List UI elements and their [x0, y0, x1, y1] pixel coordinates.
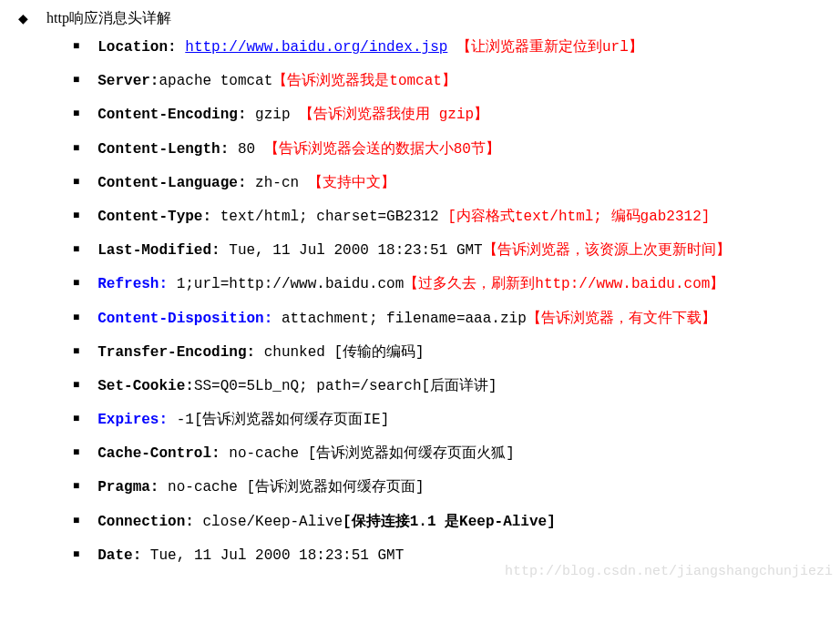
- header-note-red: 【过多久去，刷新到http://www.baidu.com】: [404, 276, 724, 292]
- header-value: apache tomcat: [159, 73, 272, 89]
- header-note-red: 【让浏览器重新定位到url】: [456, 39, 643, 56]
- header-name: Set-Cookie:: [97, 378, 194, 394]
- header-name: Transfer-Encoding:: [97, 344, 255, 361]
- header-name: Date:: [97, 547, 141, 564]
- square-bullet: ■: [73, 73, 79, 87]
- header-item: ■Content-Encoding: gzip 【告诉浏览器我使用 gzip】: [73, 103, 822, 128]
- header-note: [告诉浏览器如何缓存页面]: [246, 479, 424, 495]
- header-name: Cache-Control:: [97, 445, 220, 462]
- header-value: Tue, 11 Jul 2000 18:23:51 GMT: [141, 547, 404, 564]
- header-note-red: [内容格式text/html; 编码gab2312]: [447, 209, 710, 225]
- header-name: Connection:: [97, 514, 194, 530]
- header-value: SS=Q0=5Lb_nQ; path=/search: [194, 378, 422, 394]
- header-value: no-cache: [220, 445, 308, 462]
- header-value: attachment; filename=aaa.zip: [272, 311, 526, 327]
- header-content: Content-Length: 80 【告诉浏览器会送的数据大小80节】: [97, 138, 822, 162]
- header-value: chunked: [255, 344, 333, 361]
- header-content: Cache-Control: no-cache [告诉浏览器如何缓存页面火狐]: [97, 442, 822, 466]
- square-bullet: ■: [73, 514, 79, 527]
- square-bullet: ■: [73, 479, 79, 493]
- header-name: Refresh:: [97, 276, 168, 292]
- square-bullet: ■: [73, 39, 79, 53]
- header-value: close/Keep-Alive: [194, 514, 343, 530]
- header-value: gzip: [246, 107, 299, 123]
- square-bullet: ■: [73, 412, 79, 425]
- header-content: Last-Modified: Tue, 11 Jul 2000 18:23:51…: [97, 239, 822, 263]
- diamond-bullet: ◆: [18, 11, 28, 26]
- square-bullet: ■: [73, 276, 79, 290]
- header-item: ■Server:apache tomcat【告诉浏览器我是tomcat】: [73, 69, 822, 94]
- header-name: Content-Length:: [97, 141, 229, 158]
- header-value: zh-cn: [246, 175, 307, 191]
- header-name: Server:: [97, 73, 159, 89]
- square-bullet: ■: [73, 141, 79, 155]
- square-bullet: ■: [73, 311, 79, 324]
- header-content: Pragma: no-cache [告诉浏览器如何缓存页面]: [97, 475, 822, 500]
- header-value: 80: [229, 141, 263, 158]
- header-content: Set-Cookie:SS=Q0=5Lb_nQ; path=/search[后面…: [97, 374, 822, 399]
- header-item: ■Cache-Control: no-cache [告诉浏览器如何缓存页面火狐]: [73, 442, 822, 466]
- header-item: ■Pragma: no-cache [告诉浏览器如何缓存页面]: [73, 475, 822, 500]
- header-item: ■Transfer-Encoding: chunked [传输的编码]: [73, 341, 822, 365]
- square-bullet: ■: [73, 378, 79, 392]
- header-name: Content-Type:: [97, 209, 211, 225]
- header-note-red: 【告诉浏览器会送的数据大小80节】: [264, 141, 500, 158]
- header-name: Location:: [97, 39, 176, 56]
- square-bullet: ■: [73, 547, 79, 561]
- header-name: Expires:: [97, 412, 168, 428]
- header-note-bold: [保持连接1.1 是Keep-Alive]: [343, 514, 556, 530]
- header-content: Location: http://www.baidu.org/index.jsp…: [97, 36, 822, 60]
- header-item: ■Content-Disposition: attachment; filena…: [73, 307, 822, 332]
- square-bullet: ■: [73, 209, 79, 222]
- header-note: [告诉浏览器如何缓存页面IE]: [194, 412, 389, 428]
- square-bullet: ■: [73, 344, 79, 358]
- header-item: ■Content-Length: 80 【告诉浏览器会送的数据大小80节】: [73, 138, 822, 162]
- square-bullet: ■: [73, 175, 79, 189]
- header-content: Transfer-Encoding: chunked [传输的编码]: [97, 341, 822, 365]
- header-note-red: 【告诉浏览器，有文件下载】: [527, 311, 716, 327]
- header-value: [447, 39, 456, 56]
- header-item: ■Set-Cookie:SS=Q0=5Lb_nQ; path=/search[后…: [73, 374, 822, 399]
- header-note-red: 【告诉浏览器我使用 gzip】: [299, 107, 488, 123]
- header-note: [后面详讲]: [422, 378, 497, 394]
- header-content: Content-Language: zh-cn 【支持中文】: [97, 171, 822, 196]
- header-note-red: 【支持中文】: [308, 175, 395, 191]
- header-name: Last-Modified:: [97, 242, 220, 259]
- header-value: Tue, 11 Jul 2000 18:23:51 GMT: [220, 242, 483, 259]
- header-note: [告诉浏览器如何缓存页面火狐]: [308, 445, 515, 462]
- header-content: Refresh: 1;url=http://www.baidu.com【过多久去…: [97, 272, 822, 297]
- header-value: 1;url=http://www.baidu.com: [168, 276, 404, 292]
- square-bullet: ■: [73, 445, 79, 459]
- header-value: text/html; charset=GB2312: [211, 209, 447, 225]
- header-item: ■Location: http://www.baidu.org/index.js…: [73, 36, 822, 60]
- header-content: Connection: close/Keep-Alive[保持连接1.1 是Ke…: [97, 510, 822, 535]
- header-note-red: 【告诉浏览器，该资源上次更新时间】: [483, 242, 731, 259]
- header-item: ■Refresh: 1;url=http://www.baidu.com【过多久…: [73, 272, 822, 297]
- header-value: no-cache: [159, 479, 246, 495]
- header-note-red: 【告诉浏览器我是tomcat】: [272, 73, 456, 89]
- header-item: ■Content-Language: zh-cn 【支持中文】: [73, 171, 822, 196]
- header-item: ■Date: Tue, 11 Jul 2000 18:23:51 GMT: [73, 544, 822, 568]
- header-list: ■Location: http://www.baidu.org/index.js…: [73, 36, 822, 568]
- header-value: -1: [168, 412, 194, 428]
- header-content: Expires: -1[告诉浏览器如何缓存页面IE]: [97, 408, 822, 433]
- header-item: ■Content-Type: text/html; charset=GB2312…: [73, 205, 822, 230]
- header-name: Content-Encoding:: [97, 107, 246, 123]
- header-content: Content-Disposition: attachment; filenam…: [97, 307, 822, 332]
- header-name: Pragma:: [97, 479, 159, 495]
- header-item: ■Expires: -1[告诉浏览器如何缓存页面IE]: [73, 408, 822, 433]
- header-link[interactable]: http://www.baidu.org/index.jsp: [185, 39, 447, 56]
- square-bullet: ■: [73, 242, 79, 256]
- header-content: Server:apache tomcat【告诉浏览器我是tomcat】: [97, 69, 822, 94]
- title-text: http响应消息头详解: [46, 9, 171, 28]
- header-item: ■Connection: close/Keep-Alive[保持连接1.1 是K…: [73, 510, 822, 535]
- square-bullet: ■: [73, 107, 79, 120]
- header-content: Content-Type: text/html; charset=GB2312 …: [97, 205, 822, 230]
- header-content: Content-Encoding: gzip 【告诉浏览器我使用 gzip】: [97, 103, 822, 128]
- title-row: ◆ http响应消息头详解: [18, 9, 822, 28]
- header-content: Date: Tue, 11 Jul 2000 18:23:51 GMT: [97, 544, 822, 568]
- header-note: [传输的编码]: [334, 344, 425, 361]
- header-item: ■Last-Modified: Tue, 11 Jul 2000 18:23:5…: [73, 239, 822, 263]
- header-name: Content-Disposition:: [97, 311, 272, 327]
- header-name: Content-Language:: [97, 175, 246, 191]
